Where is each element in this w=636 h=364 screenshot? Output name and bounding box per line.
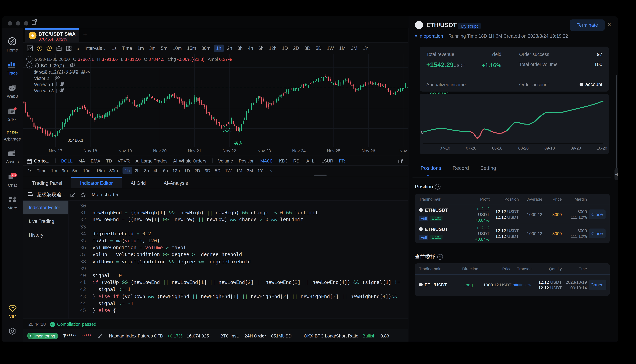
sidebar-item-more[interactable]: More: [8, 196, 17, 210]
sidebar-item-news[interactable]: 24/7: [8, 107, 17, 122]
tab-ai-grid[interactable]: AI Grid: [122, 177, 155, 188]
help-icon[interactable]: ?: [437, 254, 443, 260]
overlay-name[interactable]: Victor 2: [34, 76, 49, 80]
interval-1W[interactable]: 1W: [327, 46, 334, 50]
interval-5D[interactable]: 5D: [315, 46, 322, 50]
indicator-ai-li[interactable]: AI-LI: [306, 158, 316, 163]
timer-gold-icon[interactable]: [37, 45, 43, 51]
interval-15m[interactable]: 15m: [187, 46, 196, 50]
help-icon[interactable]: ?: [435, 184, 441, 190]
indicator-ema[interactable]: EMA: [91, 158, 100, 163]
interval-1D[interactable]: 1D: [184, 168, 190, 173]
indicator-ma[interactable]: MA: [78, 158, 85, 163]
interval-10m[interactable]: 10m: [83, 168, 92, 173]
interval-4h[interactable]: 4h: [248, 46, 253, 50]
close-panel-icon[interactable]: ×: [608, 21, 611, 28]
indicator-macd[interactable]: MACD: [260, 158, 273, 163]
panel-tab-active-wrap[interactable]: Positions⌄: [421, 166, 441, 178]
close-intervals-icon[interactable]: ×: [269, 168, 272, 173]
window-close-button[interactable]: [8, 21, 12, 26]
interval-1s[interactable]: 1s: [112, 46, 117, 50]
tab-ai-analysis[interactable]: AI-Analysis: [155, 177, 197, 188]
chevron-down-circle-icon[interactable]: ⌄: [27, 62, 33, 68]
monitoring-badge[interactable]: ⚡monitoring: [27, 332, 59, 339]
overlay-name[interactable]: Win-win 1: [34, 82, 54, 87]
chevron-down-circle-icon[interactable]: ⌄: [27, 56, 33, 62]
indicator-vpvr[interactable]: VPVR: [118, 158, 130, 163]
chart-target-dropdown[interactable]: Main chart ▼: [92, 192, 119, 197]
sidebar-item-arbitrage[interactable]: P19%Arbitrage: [4, 130, 21, 141]
interval-1h[interactable]: 1h: [214, 44, 224, 52]
interval-12h[interactable]: 12h: [269, 46, 277, 50]
interval-1m[interactable]: 1m: [137, 46, 144, 50]
candlestick-style-icon[interactable]: [27, 45, 33, 51]
interval-2D[interactable]: 2D: [293, 46, 299, 50]
interval-15m[interactable]: 15m: [96, 168, 105, 173]
symbol-tab[interactable]: ◆ BTC/USDT SWA 37845.4 0.02%: [25, 28, 79, 42]
alert-bell-icon[interactable]: [35, 63, 41, 68]
interval-3M[interactable]: 3M: [247, 168, 253, 173]
ticker-nasdaq-label[interactable]: Nasdaq Index Futures CFD: [109, 333, 163, 338]
flash-gold-icon[interactable]: [46, 45, 52, 51]
indicator-ai-large-trades[interactable]: AI-Large Trades: [136, 158, 168, 163]
interval-5D[interactable]: 5D: [215, 168, 220, 173]
interval-1D[interactable]: 1D: [282, 46, 288, 50]
interval-30m[interactable]: 30m: [109, 168, 118, 173]
panel-tab-positions[interactable]: Positions: [421, 166, 441, 171]
indicator-boll[interactable]: BOLL: [61, 158, 73, 163]
interval-3m[interactable]: 3m: [149, 46, 156, 50]
indicator-position[interactable]: Position: [239, 158, 254, 163]
intervals-dropdown[interactable]: Intervals ⌄: [85, 46, 107, 50]
interval-1Y[interactable]: 1Y: [257, 168, 263, 173]
interval-3h[interactable]: 3h: [237, 46, 243, 50]
orders-briefcase-icon[interactable]: [56, 45, 62, 51]
ratio-label[interactable]: OKX-BTC Long/Short Ratio: [304, 333, 359, 338]
eye-off-icon[interactable]: [55, 76, 60, 81]
interval-3M[interactable]: 3M: [351, 46, 357, 50]
indicator-fr[interactable]: FR: [339, 158, 345, 163]
interval-Time[interactable]: Time: [122, 46, 132, 50]
interval-1h[interactable]: 1h: [122, 167, 132, 174]
window-minimize-button[interactable]: [16, 21, 20, 26]
candlestick-chart[interactable]: ← 35486.1买入买入 ⌄ 2023-11-30 20:00 O 37867…: [23, 54, 408, 147]
panel-tab-record[interactable]: Record: [453, 166, 469, 178]
interval-5m[interactable]: 5m: [161, 46, 167, 50]
overlay-name[interactable]: Win-win 3: [34, 88, 54, 93]
collapse-panel-handle[interactable]: ◀: [614, 168, 618, 180]
rewind-icon[interactable]: «: [76, 45, 79, 51]
overlay-name[interactable]: BOLL(20,2): [41, 63, 64, 68]
interval-1m[interactable]: 1m: [51, 168, 57, 173]
interval-30m[interactable]: 30m: [201, 46, 210, 50]
interval-3m[interactable]: 3m: [62, 168, 68, 173]
editor-nav-live-trading[interactable]: Live Trading: [23, 214, 68, 228]
interval-3D[interactable]: 3D: [205, 168, 210, 173]
interval-1s[interactable]: 1s: [28, 168, 32, 173]
indicator-ai-whale-orders[interactable]: AI-Whale Orders: [173, 158, 206, 163]
interval-1M[interactable]: 1M: [236, 168, 242, 173]
horizontal-scroll-thumb[interactable]: [314, 175, 327, 176]
tab-indicator-editor[interactable]: Indicator Editor: [71, 177, 122, 188]
tab-trading-panel[interactable]: Trading Panel: [23, 177, 71, 188]
editor-nav-indicator-editor[interactable]: Indicator Editor: [23, 200, 68, 214]
overlay-name[interactable]: 超级波段追踪多头策略_副本: [34, 69, 90, 75]
transact-progress[interactable]: [513, 283, 522, 286]
pencil-icon[interactable]: [98, 333, 102, 338]
interval-2h[interactable]: 2h: [227, 46, 232, 50]
eye-off-icon[interactable]: [70, 63, 75, 68]
sidebar-item-vip[interactable]: VIP: [8, 305, 16, 318]
sidebar-item-settings[interactable]: [9, 328, 16, 335]
interval-6h[interactable]: 6h: [163, 168, 168, 173]
terminate-button[interactable]: Terminate: [570, 20, 605, 31]
indicator-lsur[interactable]: LSUR: [321, 158, 333, 163]
indicator-volume[interactable]: Volume: [218, 158, 233, 163]
code-area[interactable]: 3031newHighEnd = ((newHigh[1] && !newHig…: [68, 200, 408, 319]
interval-2h[interactable]: 2h: [135, 168, 140, 173]
sidebar-item-web3[interactable]: Web3: [7, 84, 18, 98]
eye-off-icon[interactable]: [59, 88, 65, 93]
script-list-icon[interactable]: [28, 192, 34, 197]
indicator-rsi[interactable]: RSI: [293, 158, 300, 163]
interval-10m[interactable]: 10m: [173, 46, 182, 50]
interval-6h[interactable]: 6h: [258, 46, 263, 50]
close-position-button[interactable]: Close: [588, 228, 606, 238]
interval-Time[interactable]: Time: [37, 168, 47, 173]
